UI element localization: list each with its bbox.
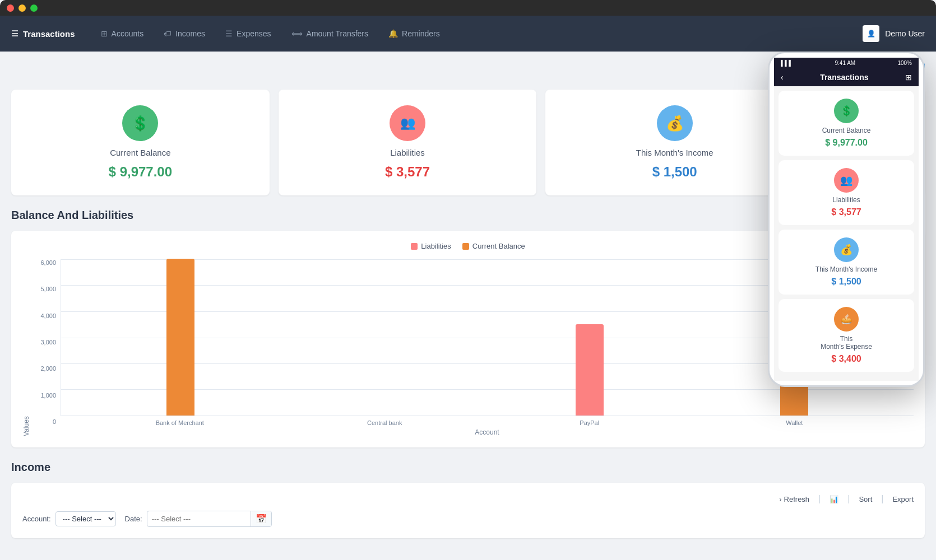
incomes-nav-icon: 🏷 bbox=[164, 29, 172, 38]
current-balance-icon: 💲 bbox=[122, 105, 158, 141]
chart-icon: 📊 bbox=[830, 495, 838, 503]
sidebar-item-reminders[interactable]: 🔔 Reminders bbox=[379, 25, 449, 43]
x-axis-title: Account bbox=[61, 428, 914, 436]
phone-card-current-balance: 💲 Current Balance $ 9,977.00 bbox=[779, 91, 914, 156]
sort-label: Sort bbox=[859, 495, 872, 503]
monthly-income-value: $ 1,500 bbox=[652, 164, 697, 180]
expenses-nav-icon: ☰ bbox=[225, 29, 233, 38]
income-title: Income bbox=[11, 461, 925, 474]
phone-monthly-expense-title: ThisMonth's Expense bbox=[821, 335, 872, 351]
nav-items: ⊞ Accounts 🏷 Incomes ☰ Expenses ⟺ Amount… bbox=[92, 25, 863, 43]
phone-monthly-income-value: $ 1,500 bbox=[831, 277, 861, 287]
phone-status-bar: ▌▌▌ 9:41 AM 100% bbox=[774, 58, 919, 68]
card-liabilities: 👥 Liabilities $ 3,577 bbox=[279, 90, 537, 195]
toolbar-divider-2: | bbox=[847, 494, 850, 504]
phone-current-balance-icon: 💲 bbox=[834, 99, 859, 123]
x-label-wallet: Wallet bbox=[692, 419, 897, 426]
sidebar-item-accounts[interactable]: ⊞ Accounts bbox=[92, 25, 153, 43]
income-section: › Refresh | 📊 | Sort | Export bbox=[11, 483, 925, 538]
date-input-wrap: 📅 bbox=[147, 511, 272, 527]
card-monthly-income: 💰 This Month's Income $ 1,500 bbox=[545, 90, 804, 195]
phone-time: 9:41 AM bbox=[835, 60, 855, 66]
legend-current-balance: Current Balance bbox=[462, 242, 525, 250]
y-label-3000: 3,000 bbox=[33, 339, 56, 346]
phone-nav: ‹ Transactions ⊞ bbox=[774, 68, 919, 86]
bar-paypal-liabilities bbox=[576, 324, 604, 416]
legend-current-balance-dot bbox=[462, 243, 469, 250]
phone-frame: ▌▌▌ 9:41 AM 100% ‹ Transactions ⊞ 💲 Curr… bbox=[768, 52, 925, 387]
dot-green[interactable] bbox=[30, 4, 38, 12]
monthly-income-title: This Month's Income bbox=[636, 147, 713, 158]
bar-bank-of-merchant-balance bbox=[166, 259, 194, 416]
reminders-nav-label: Reminders bbox=[402, 29, 440, 38]
x-axis-labels: Bank of Merchant Central bank PayPal Wal… bbox=[61, 416, 914, 426]
chart-button[interactable]: 📊 bbox=[830, 495, 838, 503]
phone-nav-title: Transactions bbox=[820, 73, 868, 82]
phone-card-monthly-income: 💰 This Month's Income $ 1,500 bbox=[779, 230, 914, 295]
y-label-0: 0 bbox=[33, 418, 56, 425]
phone-monthly-income-icon: 💰 bbox=[834, 237, 859, 262]
x-label-central-bank: Central bank bbox=[282, 419, 488, 426]
window-chrome bbox=[0, 0, 936, 16]
amount-transfers-nav-label: Amount Transfers bbox=[307, 29, 369, 38]
date-input[interactable] bbox=[147, 512, 251, 525]
phone-monthly-expense-value: $ 3,400 bbox=[831, 354, 861, 364]
sort-button[interactable]: Sort bbox=[859, 495, 872, 503]
y-label-1000: 1,000 bbox=[33, 392, 56, 399]
dot-red[interactable] bbox=[7, 4, 14, 12]
x-label-bank-of-merchant: Bank of Merchant bbox=[77, 419, 282, 426]
phone-liabilities-title: Liabilities bbox=[832, 196, 860, 204]
phone-monthly-income-title: This Month's Income bbox=[815, 265, 877, 273]
toolbar-divider-3: | bbox=[881, 494, 883, 504]
phone-current-balance-value: $ 9,977.00 bbox=[825, 138, 868, 148]
phone-content: 💲 Current Balance $ 9,977.00 👥 Liabiliti… bbox=[774, 86, 919, 381]
phone-back-button[interactable]: ‹ bbox=[781, 73, 784, 82]
refresh-button[interactable]: › Refresh bbox=[779, 495, 809, 503]
monthly-income-icon: 💰 bbox=[657, 105, 693, 141]
legend-liabilities: Liabilities bbox=[411, 242, 451, 250]
content-wrapper: PDF 💲 Current Balance $ 9,977.00 👥 Liabi… bbox=[11, 63, 925, 538]
y-axis-labels: 6,000 5,000 4,000 3,000 2,000 1,000 0 bbox=[33, 259, 61, 436]
nav-brand[interactable]: ☰ Transactions bbox=[11, 29, 75, 39]
current-balance-title: Current Balance bbox=[110, 147, 170, 158]
incomes-nav-label: Incomes bbox=[175, 29, 205, 38]
accounts-nav-icon: ⊞ bbox=[101, 29, 108, 38]
user-name: Demo User bbox=[885, 29, 925, 38]
phone-current-balance-title: Current Balance bbox=[822, 127, 871, 134]
transactions-nav-icon: ☰ bbox=[11, 29, 18, 38]
refresh-label: Refresh bbox=[784, 495, 810, 503]
date-filter-group: Date: 📅 bbox=[125, 511, 272, 527]
amount-transfers-nav-icon: ⟺ bbox=[291, 29, 303, 38]
liabilities-value: $ 3,577 bbox=[385, 164, 430, 180]
account-select[interactable]: --- Select --- bbox=[55, 511, 116, 526]
sidebar-item-expenses[interactable]: ☰ Expenses bbox=[216, 25, 280, 43]
chevron-right-icon: › bbox=[779, 495, 781, 503]
income-area: Income › Refresh | 📊 | bbox=[11, 461, 925, 538]
dot-yellow[interactable] bbox=[18, 4, 26, 12]
sidebar-item-amount-transfers[interactable]: ⟺ Amount Transfers bbox=[282, 25, 378, 43]
legend-current-balance-label: Current Balance bbox=[472, 242, 525, 250]
export-button[interactable]: Export bbox=[892, 495, 914, 503]
phone-overlay: ▌▌▌ 9:41 AM 100% ‹ Transactions ⊞ 💲 Curr… bbox=[768, 52, 925, 387]
phone-battery: 100% bbox=[897, 60, 912, 66]
reminders-nav-icon: 🔔 bbox=[388, 29, 398, 38]
account-filter-label: Account: bbox=[22, 515, 51, 523]
phone-edit-icon[interactable]: ⊞ bbox=[905, 73, 912, 82]
sidebar-item-incomes[interactable]: 🏷 Incomes bbox=[155, 25, 214, 43]
y-label-4000: 4,000 bbox=[33, 312, 56, 319]
legend-liabilities-label: Liabilities bbox=[421, 242, 451, 250]
avatar: 👤 bbox=[863, 25, 879, 42]
main-content: PDF 💲 Current Balance $ 9,977.00 👥 Liabi… bbox=[0, 52, 936, 538]
toolbar-divider-1: | bbox=[818, 494, 821, 504]
y-label-5000: 5,000 bbox=[33, 286, 56, 292]
filters-row: Account: --- Select --- Date: 📅 bbox=[22, 511, 914, 527]
phone-liabilities-icon: 👥 bbox=[834, 168, 859, 193]
y-label-2000: 2,000 bbox=[33, 365, 56, 372]
y-label-6000: 6,000 bbox=[33, 259, 56, 266]
bar-group-bank-of-merchant bbox=[78, 259, 282, 416]
account-filter-group: Account: --- Select --- bbox=[22, 511, 116, 526]
nav-brand-label: Transactions bbox=[23, 29, 75, 39]
phone-signal: ▌▌▌ bbox=[781, 60, 793, 66]
phone-card-monthly-expense: 🥧 ThisMonth's Expense $ 3,400 bbox=[779, 299, 914, 372]
calendar-icon[interactable]: 📅 bbox=[251, 511, 271, 526]
